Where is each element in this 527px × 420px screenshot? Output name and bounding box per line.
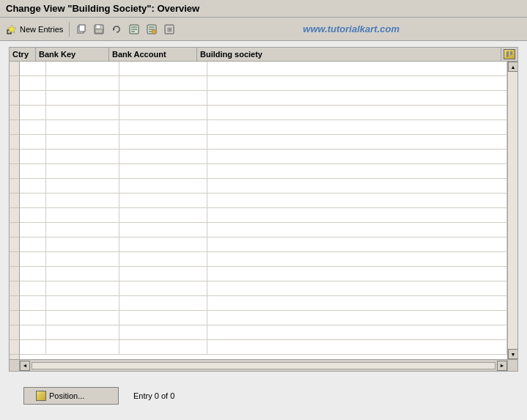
table-row[interactable]: [20, 179, 507, 194]
table-row[interactable]: [20, 76, 507, 91]
toolbar-save-button[interactable]: [92, 23, 106, 36]
table-row[interactable]: [20, 311, 507, 325]
table-row[interactable]: [20, 120, 507, 135]
scroll-track-horizontal[interactable]: [32, 362, 495, 369]
entry-count-text: Entry 0 of 0: [133, 391, 174, 400]
scrollbar-corner: [10, 360, 20, 371]
col-header-bank-account: Bank Account: [109, 48, 197, 61]
bottom-bar: Position... Entry 0 of 0: [9, 377, 518, 414]
table-row[interactable]: [20, 267, 507, 281]
row-indicators: [10, 62, 20, 359]
table-row[interactable]: [20, 194, 507, 208]
position-icon: [36, 391, 46, 401]
position-button[interactable]: Position...: [23, 387, 119, 405]
table-scroll-area: ▲ ▼: [10, 62, 517, 359]
row-indicator: [10, 164, 19, 179]
svg-text:⊞: ⊞: [167, 26, 172, 33]
watermark-text: www.tutorialkart.com: [180, 23, 523, 34]
title-bar: Change View "Building Society": Overview: [0, 0, 527, 18]
scrollbar-corner-right: [507, 360, 517, 371]
new-entries-icon: [6, 23, 18, 35]
main-window: Change View "Building Society": Overview…: [0, 0, 527, 420]
main-content: Ctry Bank Key Bank Account Building soci…: [0, 41, 527, 420]
table-row[interactable]: [20, 223, 507, 237]
table-row[interactable]: [20, 281, 507, 296]
row-indicator: [10, 120, 19, 135]
row-indicator: [10, 281, 19, 296]
col-header-bank-key: Bank Key: [36, 48, 109, 61]
table-header: Ctry Bank Key Bank Account Building soci…: [10, 48, 517, 62]
table-row[interactable]: [20, 252, 507, 267]
svg-rect-21: [510, 51, 512, 55]
svg-text:!: !: [154, 31, 155, 34]
table-row[interactable]: [20, 106, 507, 120]
table-body: [20, 62, 507, 359]
scroll-track-vertical[interactable]: [508, 72, 517, 349]
scroll-down-button[interactable]: ▼: [508, 349, 517, 359]
table-row[interactable]: [20, 340, 507, 355]
svg-rect-5: [96, 25, 100, 29]
row-indicator: [10, 237, 19, 252]
row-indicator: [10, 76, 19, 91]
table-row[interactable]: [20, 325, 507, 340]
table-rows: [20, 62, 507, 359]
toolbar-icon4-button[interactable]: [127, 23, 141, 36]
row-indicator: [10, 223, 19, 237]
col-header-building-society: Building society: [197, 48, 501, 61]
row-indicator: [10, 267, 19, 281]
vertical-scrollbar: ▲ ▼: [507, 62, 517, 359]
data-table: Ctry Bank Key Bank Account Building soci…: [9, 47, 518, 372]
table-row[interactable]: [20, 150, 507, 164]
page-title: Change View "Building Society": Overview: [6, 3, 199, 14]
scroll-left-button[interactable]: ◄: [20, 361, 30, 371]
new-entries-button[interactable]: New Entries: [4, 23, 65, 36]
row-indicator: [10, 311, 19, 325]
table-row[interactable]: [20, 208, 507, 223]
column-settings-button[interactable]: [501, 48, 517, 61]
svg-rect-6: [95, 29, 103, 33]
new-entries-label: New Entries: [20, 25, 63, 34]
toolbar-icon6-button[interactable]: ⊞: [162, 23, 177, 36]
toolbar-copy-button[interactable]: [74, 23, 89, 36]
table-row[interactable]: [20, 62, 507, 76]
svg-rect-20: [506, 51, 509, 57]
table-row[interactable]: [20, 237, 507, 252]
row-indicator: [10, 296, 19, 311]
col-header-ctry: Ctry: [10, 48, 36, 61]
table-row[interactable]: [20, 91, 507, 106]
table-row[interactable]: [20, 164, 507, 179]
toolbar-icon5-button[interactable]: !: [144, 23, 159, 36]
scroll-up-button[interactable]: ▲: [508, 62, 517, 72]
row-indicator: [10, 194, 19, 208]
settings-icon: [504, 49, 515, 59]
row-indicator: [10, 150, 19, 164]
svg-rect-3: [79, 25, 85, 32]
svg-marker-1: [7, 25, 16, 33]
undo-icon: [111, 23, 122, 35]
table-row[interactable]: [20, 296, 507, 311]
position-button-label: Position...: [49, 391, 84, 400]
row-indicator: [10, 208, 19, 223]
row-indicator: [10, 91, 19, 106]
toolbar-divider-1: [69, 22, 70, 37]
row-indicator: [10, 340, 19, 355]
row-indicator: [10, 62, 19, 76]
copy-icon: [75, 23, 87, 35]
save-icon: [93, 23, 105, 35]
row-indicator: [10, 252, 19, 267]
toolbar: New Entries: [0, 18, 527, 41]
scroll-right-button[interactable]: ►: [497, 361, 507, 371]
row-indicator: [10, 106, 19, 120]
horizontal-scrollbar-area: ◄ ►: [10, 359, 517, 371]
toolbar-icon6: ⊞: [163, 23, 175, 35]
row-indicator: [10, 325, 19, 340]
toolbar-icon5: !: [146, 23, 158, 35]
row-indicator: [10, 135, 19, 150]
table-row[interactable]: [20, 135, 507, 150]
row-indicator: [10, 179, 19, 194]
horizontal-scrollbar: ◄ ►: [20, 360, 507, 371]
toolbar-undo-button[interactable]: [109, 23, 124, 36]
toolbar-icon4: [128, 23, 140, 35]
